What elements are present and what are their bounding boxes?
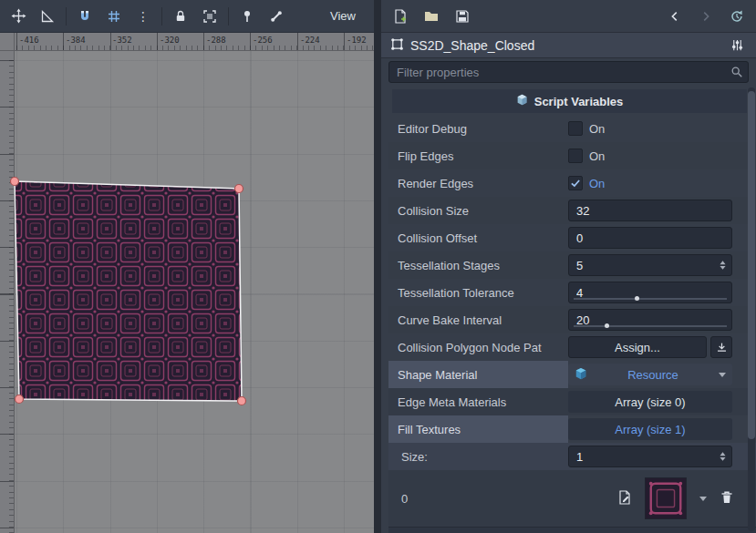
pick-node-icon[interactable] bbox=[710, 336, 732, 358]
property-label: Collision Polygon Node Pat bbox=[388, 333, 568, 361]
curve-bake-interval-field[interactable] bbox=[568, 309, 732, 331]
scrollbar-thumb[interactable] bbox=[748, 91, 755, 439]
viewport-canvas[interactable] bbox=[0, 51, 374, 533]
skeleton-pin-icon[interactable] bbox=[236, 5, 258, 27]
assign-node-path-button[interactable]: Assign... bbox=[568, 336, 707, 358]
array-item-row-0: 0 bbox=[388, 470, 756, 527]
texture-preview-thumbnail[interactable] bbox=[645, 477, 687, 519]
ruler-label: -288 bbox=[206, 36, 226, 45]
filter-properties-input[interactable] bbox=[388, 61, 749, 83]
property-label: Flip Edges bbox=[388, 142, 568, 169]
property-label: Render Edges bbox=[388, 169, 568, 197]
toolbar-separator bbox=[228, 7, 229, 26]
property-row-tessellation-tolerance: Tessellation Tolerance bbox=[388, 279, 756, 306]
delete-item-trash-icon[interactable] bbox=[720, 490, 734, 507]
collision-size-field[interactable] bbox=[568, 200, 732, 221]
property-label: Editor Debug bbox=[388, 115, 568, 142]
checkbox-unchecked[interactable] bbox=[568, 121, 583, 136]
property-row-collision-polygon-node-path: Collision Polygon Node Pat Assign... bbox=[388, 333, 756, 361]
array-size-field[interactable] bbox=[568, 446, 732, 467]
fill-textures-array-editor: Size: 0 bbox=[388, 443, 756, 527]
ruler-label: -192 bbox=[347, 36, 367, 45]
view-menu-label: View bbox=[330, 9, 356, 23]
manage-properties-icon[interactable] bbox=[727, 36, 747, 56]
view-menu-button[interactable]: View bbox=[319, 5, 367, 27]
group-icon[interactable] bbox=[199, 5, 221, 27]
edit-resource-icon[interactable] bbox=[617, 490, 632, 507]
checkbox-label: On bbox=[589, 149, 605, 163]
property-row-flip-edges: Flip Edges On bbox=[388, 142, 756, 169]
grid-snap-icon[interactable] bbox=[103, 5, 125, 27]
ruler-label: -224 bbox=[300, 36, 320, 45]
checkbox-unchecked[interactable] bbox=[568, 149, 583, 163]
array-size-label: Size: bbox=[388, 443, 568, 470]
property-label: Curve Bake Interval bbox=[388, 306, 568, 333]
material-resource-icon bbox=[575, 367, 587, 383]
search-icon bbox=[730, 66, 743, 81]
history-back-icon[interactable] bbox=[665, 6, 685, 26]
property-row-tessellation-stages: Tessellation Stages bbox=[388, 251, 756, 279]
shape-material-resource-button[interactable]: Resource bbox=[568, 364, 732, 385]
value-slider[interactable] bbox=[574, 325, 727, 327]
property-label: Tessellation Tolerance bbox=[388, 279, 568, 306]
category-label: Script Variables bbox=[534, 95, 624, 108]
property-row-edge-meta-materials: Edge Meta Materials Array (size 0) bbox=[388, 388, 756, 415]
property-label: Shape Material bbox=[388, 361, 568, 388]
ruler-label: -352 bbox=[112, 36, 132, 45]
inspector-properties: Script Variables Editor Debug On Flip Ed… bbox=[388, 86, 756, 533]
object-history-icon[interactable] bbox=[727, 6, 747, 26]
bone-icon[interactable] bbox=[265, 5, 287, 27]
viewport-pane: ⋮ View -416 -384 -352 -320 -288 -256 bbox=[0, 0, 374, 533]
tessellation-tolerance-field[interactable] bbox=[568, 282, 732, 303]
spinbox-updown-icon[interactable] bbox=[718, 259, 728, 274]
snap-options-icon[interactable]: ⋮ bbox=[132, 5, 154, 27]
value-slider[interactable] bbox=[574, 298, 727, 300]
array-item-index: 0 bbox=[401, 492, 605, 506]
array-size-row: Size: bbox=[388, 443, 756, 470]
resource-label: Resource bbox=[587, 368, 719, 382]
inspector-toolbar bbox=[381, 0, 756, 33]
vertex-handle[interactable] bbox=[235, 185, 243, 193]
ruler-label: -256 bbox=[253, 36, 273, 45]
vertex-handle[interactable] bbox=[11, 178, 19, 186]
node-type-icon bbox=[390, 37, 404, 54]
filter-bar bbox=[381, 58, 756, 86]
chevron-down-icon[interactable] bbox=[699, 497, 707, 501]
new-resource-icon[interactable] bbox=[390, 6, 410, 26]
history-forward-icon[interactable] bbox=[696, 6, 716, 26]
shape-polygon[interactable] bbox=[15, 181, 242, 401]
property-label: Edge Meta Materials bbox=[388, 388, 568, 415]
next-section-cutoff bbox=[388, 527, 756, 533]
vertex-handle[interactable] bbox=[16, 395, 24, 404]
shape-ss2d[interactable] bbox=[0, 51, 374, 533]
ruler-mode-icon[interactable] bbox=[36, 5, 58, 27]
inspector-scrollbar[interactable] bbox=[748, 87, 755, 531]
edited-object-bar[interactable]: SS2D_Shape_Closed bbox=[381, 33, 756, 58]
checkbox-label: On bbox=[589, 122, 605, 136]
checkbox-label: On bbox=[589, 177, 605, 190]
vertex-handle[interactable] bbox=[238, 397, 246, 405]
property-row-collision-offset: Collision Offset bbox=[388, 224, 756, 251]
script-icon bbox=[516, 94, 528, 108]
category-script-variables[interactable]: Script Variables bbox=[392, 89, 747, 113]
property-row-shape-material: Shape Material Resource bbox=[388, 361, 756, 388]
ruler-label: -384 bbox=[66, 36, 86, 45]
spinbox-updown-icon[interactable] bbox=[718, 450, 728, 466]
smart-snap-icon[interactable] bbox=[74, 5, 96, 27]
edited-object-name: SS2D_Shape_Closed bbox=[410, 38, 720, 53]
lock-icon[interactable] bbox=[170, 5, 192, 27]
horizontal-ruler: -416 -384 -352 -320 -288 -256 -224 -192 bbox=[15, 33, 374, 51]
fill-textures-array-button[interactable]: Array (size 1) bbox=[568, 418, 732, 440]
load-resource-folder-icon[interactable] bbox=[421, 6, 441, 26]
tessellation-stages-field[interactable] bbox=[568, 254, 732, 276]
property-label: Collision Size bbox=[388, 197, 568, 224]
property-row-collision-size: Collision Size bbox=[388, 197, 756, 224]
property-row-fill-textures: Fill Textures Array (size 1) bbox=[388, 415, 756, 443]
move-tool-icon[interactable] bbox=[7, 5, 29, 27]
checkbox-checked[interactable] bbox=[568, 176, 583, 190]
save-resource-icon[interactable] bbox=[452, 6, 472, 26]
inspector-panel: SS2D_Shape_Closed Script Variables Edito… bbox=[374, 0, 756, 533]
toolbar-separator bbox=[66, 7, 67, 26]
collision-offset-field[interactable] bbox=[568, 227, 732, 249]
edge-meta-materials-array-button[interactable]: Array (size 0) bbox=[568, 391, 732, 413]
